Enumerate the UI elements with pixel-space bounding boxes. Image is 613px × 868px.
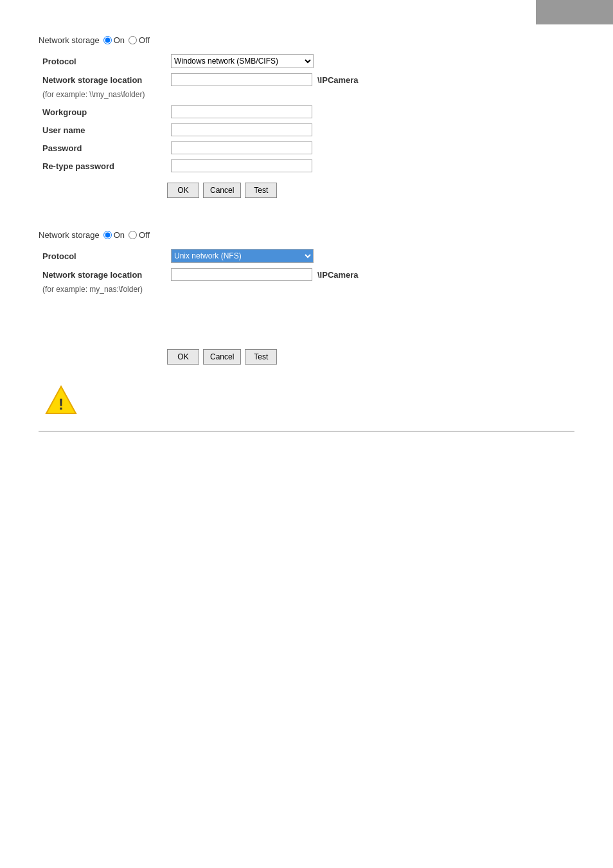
form-table-2: Protocol Unix network (NFS) Windows netw… (39, 246, 411, 284)
password-row: Password (39, 139, 411, 157)
example-text-1: (for example: \\my_nas\folder) (39, 89, 574, 103)
network-storage-label-1: Network storage (39, 35, 100, 45)
protocol-label-2: Protocol (39, 246, 167, 266)
warning-icon: ! (45, 384, 77, 416)
password-label: Password (39, 139, 167, 157)
location-label-1: Network storage location (39, 71, 167, 89)
fields-table-1: Workgroup User name Password Re-type pas… (39, 103, 411, 175)
workgroup-label: Workgroup (39, 103, 167, 121)
ok-button-2[interactable]: OK (167, 349, 199, 365)
off-label-2: Off (139, 230, 150, 240)
location-input-1[interactable] (171, 73, 312, 86)
location-label-2: Network storage location (39, 266, 167, 284)
warning-section: ! (39, 384, 574, 418)
on-label-2: On (114, 230, 125, 240)
button-row-1: OK Cancel Test (39, 183, 574, 198)
cancel-button-2[interactable]: Cancel (203, 349, 241, 365)
location-input-group-2: \IPCamera (171, 268, 407, 281)
username-label: User name (39, 121, 167, 139)
workgroup-row: Workgroup (39, 103, 411, 121)
protocol-select-2[interactable]: Unix network (NFS) Windows network (SMB/… (171, 249, 314, 263)
on-radio-label-1[interactable]: On (103, 35, 125, 45)
retype-password-row: Re-type password (39, 157, 411, 175)
off-radio-2[interactable] (129, 231, 137, 239)
storage-section-1: Network storage On Off Protocol Windows … (39, 35, 574, 198)
form-table-1: Protocol Windows network (SMB/CIFS) Unix… (39, 51, 411, 89)
ok-button-1[interactable]: OK (167, 183, 199, 198)
button-row-2: OK Cancel Test (39, 349, 574, 365)
example-text-2: (for example: my_nas:\folder) (39, 284, 574, 298)
svg-text:!: ! (58, 395, 64, 413)
test-button-2[interactable]: Test (245, 349, 277, 365)
location-input-2[interactable] (171, 268, 312, 281)
ipcamera-label-2: \IPCamera (317, 270, 359, 280)
protocol-row-2: Protocol Unix network (NFS) Windows netw… (39, 246, 411, 266)
top-bar (536, 0, 613, 24)
ipcamera-label-1: \IPCamera (317, 75, 359, 85)
bottom-divider (39, 431, 574, 432)
protocol-label-1: Protocol (39, 51, 167, 71)
location-input-group-1: \IPCamera (171, 73, 407, 86)
network-storage-header-2: Network storage On Off (39, 230, 574, 240)
storage-section-2: Network storage On Off Protocol Unix net… (39, 230, 574, 365)
off-radio-label-1[interactable]: Off (129, 35, 150, 45)
username-input[interactable] (171, 123, 312, 136)
network-storage-header-1: Network storage On Off (39, 35, 574, 45)
cancel-button-1[interactable]: Cancel (203, 183, 241, 198)
off-radio-label-2[interactable]: Off (129, 230, 150, 240)
protocol-row-1: Protocol Windows network (SMB/CIFS) Unix… (39, 51, 411, 71)
location-row-2: Network storage location \IPCamera (39, 266, 411, 284)
retype-password-label: Re-type password (39, 157, 167, 175)
off-radio-1[interactable] (129, 36, 137, 44)
password-input[interactable] (171, 141, 312, 154)
username-row: User name (39, 121, 411, 139)
on-radio-2[interactable] (103, 231, 112, 239)
network-storage-label-2: Network storage (39, 230, 100, 240)
test-button-1[interactable]: Test (245, 183, 277, 198)
workgroup-input[interactable] (171, 105, 312, 118)
location-row-1: Network storage location \IPCamera (39, 71, 411, 89)
off-label-1: Off (139, 35, 150, 45)
on-radio-1[interactable] (103, 36, 112, 44)
protocol-select-1[interactable]: Windows network (SMB/CIFS) Unix network … (171, 54, 314, 68)
retype-password-input[interactable] (171, 159, 312, 172)
on-radio-label-2[interactable]: On (103, 230, 125, 240)
on-label-1: On (114, 35, 125, 45)
